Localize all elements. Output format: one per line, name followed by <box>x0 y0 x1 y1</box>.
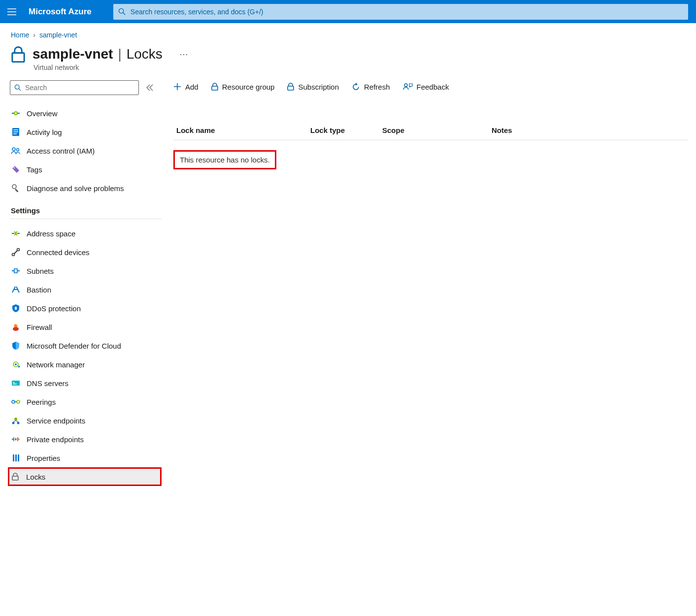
properties-icon <box>11 454 21 462</box>
page-title: sample-vnet | Locks <box>33 46 163 62</box>
brand-label[interactable]: Microsoft Azure <box>21 7 108 17</box>
subscription-button[interactable]: Subscription <box>287 83 339 91</box>
sidebar-item-label: Service endpoints <box>27 417 85 425</box>
resource-group-button[interactable]: Resource group <box>211 83 275 91</box>
sidebar-item-private-endpoints[interactable]: Private endpoints <box>10 430 162 449</box>
global-search[interactable]: Search resources, services, and docs (G+… <box>113 4 688 20</box>
plus-icon <box>173 83 181 91</box>
toolbar-label: Resource group <box>222 83 275 91</box>
svg-point-35 <box>404 84 407 87</box>
search-icon <box>14 84 21 91</box>
sidebar-item-label: Diagnose and solve problems <box>27 184 124 193</box>
lock-icon <box>11 46 26 63</box>
sidebar-item-label: Properties <box>27 454 60 462</box>
column-lock-type[interactable]: Lock type <box>310 126 382 134</box>
sidebar-item-label: Subnets <box>27 267 54 275</box>
refresh-icon <box>352 83 360 91</box>
toolbar-label: Refresh <box>364 83 390 91</box>
title-section: Locks <box>127 46 163 62</box>
svg-rect-30 <box>15 454 17 461</box>
feedback-button[interactable]: Feedback <box>403 83 449 91</box>
sidebar-top-list: Overview Activity log Access control (IA… <box>10 104 162 197</box>
tags-icon <box>11 165 21 173</box>
svg-point-11 <box>17 149 19 151</box>
sidebar: Overview Activity log Access control (IA… <box>0 80 162 496</box>
column-scope[interactable]: Scope <box>382 126 492 134</box>
svg-point-13 <box>12 185 16 189</box>
column-lock-name[interactable]: Lock name <box>173 126 310 134</box>
sidebar-search-input[interactable] <box>25 84 134 92</box>
sidebar-search[interactable] <box>10 80 139 95</box>
sidebar-item-network-manager[interactable]: Network manager <box>10 355 162 374</box>
lock-icon <box>287 83 294 91</box>
toolbar-label: Add <box>185 83 199 91</box>
svg-rect-9 <box>13 133 17 134</box>
sidebar-item-address-space[interactable]: Address space <box>10 224 162 243</box>
breadcrumb-current[interactable]: sample-vnet <box>39 31 77 39</box>
sidebar-item-service-endpoints[interactable]: Service endpoints <box>10 411 162 430</box>
sidebar-settings-list: Address space Connected devices Subnets … <box>10 224 162 486</box>
column-notes[interactable]: Notes <box>492 126 531 134</box>
sidebar-item-label: Overview <box>27 109 58 118</box>
svg-rect-31 <box>18 454 19 461</box>
sidebar-item-peerings[interactable]: Peerings <box>10 392 162 411</box>
hamburger-icon[interactable] <box>3 3 21 21</box>
svg-point-20 <box>15 363 17 365</box>
breadcrumb-home[interactable]: Home <box>11 31 29 39</box>
svg-rect-14 <box>15 189 19 193</box>
subnets-icon <box>11 268 21 274</box>
refresh-button[interactable]: Refresh <box>352 83 390 91</box>
toolbar-label: Subscription <box>298 83 339 91</box>
svg-point-24 <box>12 400 15 403</box>
collapse-sidebar-icon[interactable] <box>146 84 154 91</box>
sidebar-item-diagnose[interactable]: Diagnose and solve problems <box>10 179 162 197</box>
sidebar-item-label: Private endpoints <box>27 435 84 444</box>
main-content: Add Resource group Subscription Refresh … <box>162 80 696 169</box>
sidebar-item-dns[interactable]: DNS servers <box>10 374 162 392</box>
resource-type-label: Virtual network <box>0 64 696 80</box>
toolbar: Add Resource group Subscription Refresh … <box>173 78 688 95</box>
sidebar-item-activity-log[interactable]: Activity log <box>10 123 162 141</box>
sidebar-item-label: Address space <box>27 229 75 238</box>
sidebar-item-defender[interactable]: Microsoft Defender for Cloud <box>10 336 162 355</box>
activity-log-icon <box>11 128 21 136</box>
svg-rect-18 <box>15 307 17 310</box>
sidebar-item-label: Locks <box>26 473 45 481</box>
firewall-icon <box>11 323 21 331</box>
sidebar-item-label: Bastion <box>27 286 51 294</box>
sidebar-item-firewall[interactable]: Firewall <box>10 318 162 336</box>
sidebar-item-connected-devices[interactable]: Connected devices <box>10 243 162 261</box>
top-header: Microsoft Azure Search resources, servic… <box>0 0 696 23</box>
svg-point-10 <box>12 148 15 151</box>
sidebar-item-iam[interactable]: Access control (IAM) <box>10 141 162 160</box>
sidebar-section-settings: Settings <box>10 197 162 219</box>
peerings-icon <box>11 398 21 405</box>
empty-state-message: This resource has no locks. <box>173 150 276 169</box>
svg-rect-17 <box>14 269 17 273</box>
overview-icon <box>11 110 21 117</box>
svg-rect-21 <box>12 381 20 386</box>
sidebar-item-label: Microsoft Defender for Cloud <box>27 342 121 350</box>
svg-line-1 <box>123 13 125 15</box>
breadcrumb: Home › sample-vnet <box>0 23 696 42</box>
sidebar-item-tags[interactable]: Tags <box>10 160 162 179</box>
svg-rect-32 <box>12 476 18 480</box>
sidebar-item-overview[interactable]: Overview <box>10 104 162 123</box>
defender-icon <box>11 341 21 350</box>
svg-rect-2 <box>12 53 24 62</box>
sidebar-item-bastion[interactable]: Bastion <box>10 280 162 299</box>
svg-rect-29 <box>13 454 14 461</box>
svg-point-16 <box>17 249 20 251</box>
sidebar-item-ddos[interactable]: DDoS protection <box>10 299 162 318</box>
add-button[interactable]: Add <box>173 83 199 91</box>
sidebar-item-subnets[interactable]: Subnets <box>10 261 162 280</box>
global-search-placeholder: Search resources, services, and docs (G+… <box>131 8 264 16</box>
lock-icon <box>10 473 20 481</box>
sidebar-item-properties[interactable]: Properties <box>10 449 162 467</box>
more-menu-icon[interactable]: ⋯ <box>179 49 189 60</box>
connected-devices-icon <box>11 248 21 257</box>
toolbar-label: Feedback <box>417 83 449 91</box>
svg-point-28 <box>17 422 20 424</box>
feedback-icon <box>403 83 413 91</box>
sidebar-item-locks[interactable]: Locks <box>8 467 162 486</box>
